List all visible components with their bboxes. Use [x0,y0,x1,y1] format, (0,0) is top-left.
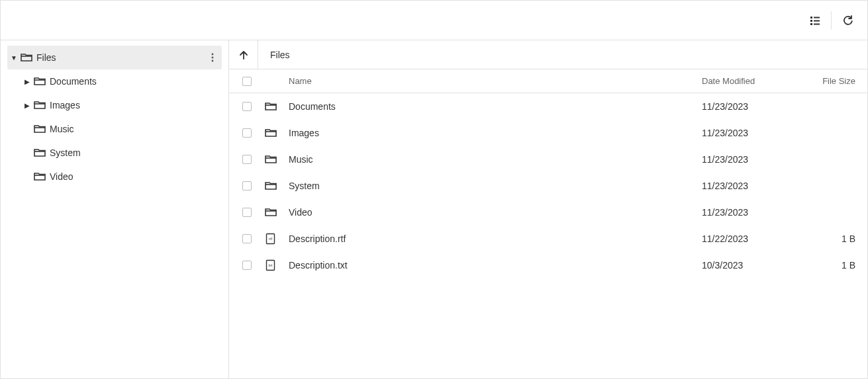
expand-placeholder: ▶ [21,173,34,181]
txt-file-icon [265,259,277,271]
tree-item-system[interactable]: ▶System [7,141,222,165]
column-headers: Name Date Modified File Size [229,69,867,93]
details-view-button[interactable] [803,9,827,32]
row-checkbox[interactable] [229,234,265,243]
refresh-icon [842,15,853,26]
item-date: 11/23/2023 [702,154,808,165]
nav-up-button[interactable] [229,40,258,69]
item-date: 10/3/2023 [702,260,808,271]
list-item[interactable]: Video11/23/2023 [229,199,867,226]
row-checkbox[interactable] [229,155,265,164]
folder-icon [34,171,46,183]
details-view-icon [809,15,821,26]
list-item[interactable]: Description.txt10/3/20231 B [229,252,867,278]
tree-item-label: Documents [50,76,97,87]
item-name: Video [289,207,702,218]
item-name: Images [289,128,702,138]
folder-icon [21,52,32,63]
tree-item-images[interactable]: ▶Images [7,93,222,117]
tree-item-video[interactable]: ▶Video [7,165,222,189]
folder-icon [265,206,277,218]
folder-icon [34,147,46,159]
list-item[interactable]: Documents11/23/2023 [229,93,867,120]
item-name: Description.txt [289,260,702,271]
row-checkbox[interactable] [229,128,265,138]
expand-placeholder: ▶ [21,126,34,133]
main-panel: Files Name Date Modified File Size Docum… [229,40,867,378]
list-item[interactable]: Images11/23/2023 [229,120,867,146]
select-all-checkbox[interactable] [229,77,265,86]
tree-item-label: Images [50,100,80,110]
list-item[interactable]: Description.rtf11/22/20231 B [229,226,867,252]
folder-icon [265,180,277,192]
folder-icon [265,127,277,139]
folder-icon [265,101,277,112]
item-name: System [289,181,702,191]
folder-icon [34,99,46,111]
folder-icon [34,123,46,135]
item-name: Music [289,154,702,165]
row-checkbox[interactable] [229,102,265,111]
list-item[interactable]: Music11/23/2023 [229,146,867,173]
collapse-icon[interactable]: ▼ [7,54,21,62]
tree-item-label: Files [36,52,56,63]
item-name: Description.rtf [289,233,702,244]
tree-root-files[interactable]: ▼ Files [7,46,222,69]
folder-icon [265,153,277,165]
more-vertical-icon [207,52,218,63]
toolbar [1,1,867,40]
header-name[interactable]: Name [289,76,702,86]
header-date[interactable]: Date Modified [702,76,808,86]
item-date: 11/23/2023 [702,181,808,191]
row-checkbox[interactable] [229,208,265,217]
expand-icon[interactable]: ▶ [21,102,34,109]
folder-tree: ▼ Files ▶Documents▶Images▶Music▶System▶V… [1,40,229,378]
item-date: 11/23/2023 [702,101,808,112]
rtf-file-icon [265,233,277,245]
item-size: 1 B [808,233,867,244]
row-checkbox[interactable] [229,181,265,190]
breadcrumb-current[interactable]: Files [258,50,290,60]
list-item[interactable]: System11/23/2023 [229,173,867,199]
arrow-up-icon [238,49,250,61]
path-bar: Files [229,40,867,69]
item-date: 11/23/2023 [702,128,808,138]
file-manager: ▼ Files ▶Documents▶Images▶Music▶System▶V… [0,0,868,379]
item-name: Documents [289,101,702,112]
header-size[interactable]: File Size [808,76,867,86]
file-list: Documents11/23/2023Images11/23/2023Music… [229,93,867,378]
item-date: 11/22/2023 [702,233,808,244]
tree-item-label: Music [50,124,74,134]
expand-icon[interactable]: ▶ [21,78,34,85]
toolbar-separator [831,11,832,30]
expand-placeholder: ▶ [21,149,34,157]
folder-icon [34,75,46,87]
tree-item-menu-button[interactable] [203,52,222,63]
tree-item-label: System [50,147,81,158]
item-date: 11/23/2023 [702,207,808,218]
refresh-button[interactable] [836,9,859,32]
item-size: 1 B [808,260,867,271]
row-checkbox[interactable] [229,261,265,270]
tree-item-music[interactable]: ▶Music [7,117,222,141]
tree-item-label: Video [50,171,73,182]
tree-item-documents[interactable]: ▶Documents [7,69,222,93]
